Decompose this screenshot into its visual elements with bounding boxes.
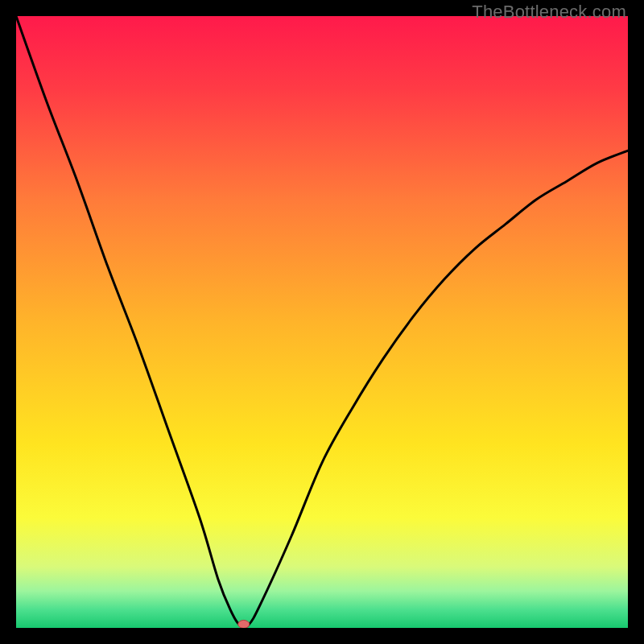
bottleneck-chart [16, 16, 628, 628]
heatmap-background [16, 16, 628, 628]
optimum-marker [238, 620, 250, 628]
watermark-text: TheBottleneck.com [472, 2, 626, 23]
svg-point-0 [238, 620, 250, 628]
chart-frame [16, 16, 628, 628]
